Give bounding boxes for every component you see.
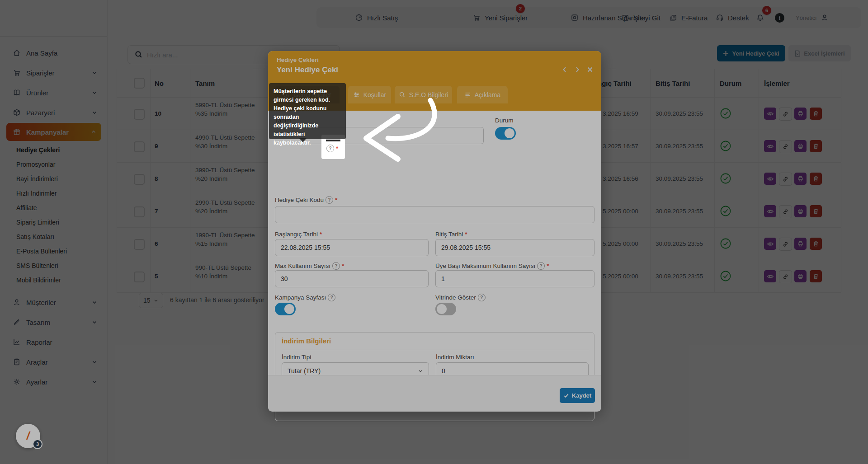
- tooltip-edge: [326, 140, 340, 141]
- highlighted-help-icon[interactable]: [326, 145, 338, 152]
- tour-tooltip: Müşterilerin sepette girmesi gereken kod…: [269, 83, 346, 139]
- tooltip-caret: [299, 138, 307, 142]
- tour-dim-overlay[interactable]: [0, 0, 868, 464]
